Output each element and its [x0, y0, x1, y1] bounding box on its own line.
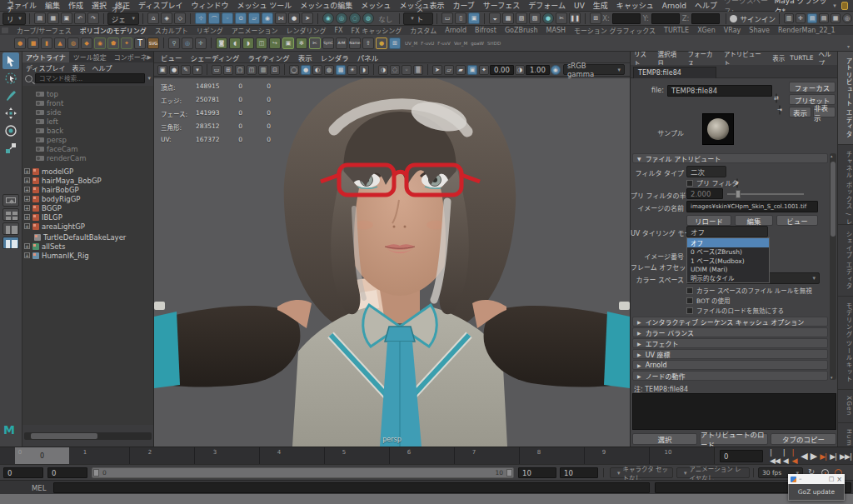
current-frame-field[interactable] — [720, 450, 763, 462]
select-node-button[interactable]: 選択 — [632, 433, 697, 445]
new-scene-icon[interactable]: ▤ — [34, 12, 46, 24]
toggle-attribute-editor-icon[interactable]: ▤ — [807, 13, 817, 23]
menu-cache[interactable]: キャッシュ — [615, 0, 656, 11]
select-object-icon[interactable]: ◈ — [161, 12, 172, 24]
measure-distance-icon[interactable]: ⚲ — [168, 37, 180, 49]
focus-button[interactable]: フォーカス — [789, 82, 836, 92]
shelf-tab-xgen[interactable]: XGen — [694, 27, 719, 34]
paint-select-tool[interactable] — [2, 87, 19, 104]
snap-projected-icon[interactable]: ⊙ — [235, 12, 247, 24]
maximize-icon[interactable]: □ — [829, 476, 835, 482]
z-input[interactable] — [691, 13, 720, 24]
scale-tool[interactable] — [2, 140, 19, 157]
cut-icon[interactable]: ✂ — [556, 12, 567, 24]
prefilter-checkbox[interactable] — [686, 180, 693, 187]
extrude-icon[interactable]: ⇧ — [362, 37, 374, 49]
goz-update-button[interactable]: GoZ update — [798, 488, 835, 496]
colorspace-selector[interactable]: sRGB gamma▾ — [563, 64, 625, 75]
section-file-attributes[interactable]: ▼ファイル アトリビュート — [632, 153, 828, 163]
shelf-tab-arnold[interactable]: Arnold — [441, 27, 470, 34]
separate-icon[interactable]: ↪ — [269, 37, 281, 49]
boolean-intersect-icon[interactable]: ◗ — [242, 37, 254, 49]
outliner-item-persp[interactable]: persp — [22, 135, 147, 144]
wireframe-on-shaded-icon[interactable]: ◍ — [324, 65, 334, 75]
shelf-tab-bifrost[interactable]: Bifrost — [471, 27, 500, 34]
select-tool[interactable] — [2, 52, 19, 69]
menu-select[interactable]: 選択 — [90, 0, 108, 11]
open-scene-icon[interactable]: ▦ — [47, 12, 59, 24]
load-attributes-button[interactable]: アトリビュートのロード — [700, 433, 768, 445]
outliner-tree[interactable]: top front side left back persp faceCam r… — [22, 86, 153, 425]
section-node-behavior[interactable]: ▶ノードの動作 — [632, 371, 828, 381]
sidebar-tab-attribute-editor[interactable]: アトリビュート エディタ — [838, 52, 853, 145]
snap-symmetry-icon[interactable]: ⋈ — [275, 12, 287, 24]
ae-menu-turtle[interactable]: TURTLE — [790, 54, 813, 62]
layout-single-pane-button[interactable] — [2, 194, 19, 207]
snap-grid-icon[interactable]: ⊹ — [195, 12, 207, 24]
layout-outliner-persp-button[interactable] — [2, 237, 19, 249]
poly-cone-icon[interactable]: ▲ — [54, 37, 66, 49]
dropdown-option-udim[interactable]: UDIM (Mari) — [687, 265, 769, 274]
mel-label[interactable]: MEL — [32, 484, 46, 492]
viewport-menu-view[interactable]: ビュー — [161, 52, 182, 62]
shelf-tab-renderman[interactable]: RenderMan_22_1 — [775, 27, 839, 34]
poly-torus-icon[interactable]: ◍ — [67, 37, 79, 49]
shelf-tab-shave[interactable]: Shave — [746, 27, 773, 34]
swap-connection-icon[interactable]: ⇄ — [776, 93, 777, 103]
render-sphere-icon[interactable]: ● — [542, 12, 554, 24]
live-surface-icon[interactable]: ◍ — [362, 12, 374, 24]
multi-cut-icon[interactable]: ✂ — [309, 37, 321, 49]
outliner-menu-display[interactable]: ディスプレイ — [26, 63, 65, 72]
menu-help[interactable]: ヘルプ — [693, 0, 719, 11]
shelf-tab-fx[interactable]: FX — [331, 27, 346, 34]
notes-area[interactable] — [632, 393, 836, 430]
time-slider[interactable]: 0 0 1 2 3 4 5 6 7 8 9 10 — [0, 447, 715, 465]
play-forwards-button[interactable]: ▶ — [811, 451, 816, 462]
grid-shelf-icon[interactable]: ⊞ — [389, 37, 401, 49]
character-set-selector[interactable]: ▾キャラクタ セットなし — [610, 467, 673, 478]
image-plane-icon[interactable]: ▭ — [212, 65, 222, 75]
render-sequence-icon[interactable]: ▧ — [529, 12, 541, 24]
snap-curve-icon[interactable]: ⌒ — [208, 12, 220, 24]
toggle-humanik-icon[interactable]: ✛ — [796, 13, 806, 23]
outliner-item-facecam[interactable]: faceCam — [22, 144, 147, 153]
ae-menu-show[interactable]: 表示 — [772, 53, 785, 62]
save-scene-icon[interactable]: ▣ — [61, 12, 72, 24]
copy-tab-button[interactable]: タブのコピー — [771, 433, 836, 445]
view-grid-icon[interactable]: ⊞ — [223, 65, 233, 75]
shelf-script-goaw[interactable]: goaW — [471, 41, 484, 46]
outliner-item-modelgp[interactable]: +modelGP — [22, 167, 147, 176]
shelf-tab-poly-modeling[interactable]: ポリゴンのモデリング — [77, 26, 150, 35]
bookmark-icon[interactable]: ▾ — [192, 65, 202, 75]
step-back-frame-button[interactable]: |◀ — [783, 448, 789, 465]
menu-windows[interactable]: ウィンドウ — [189, 0, 230, 11]
viewport-menu-show[interactable]: 表示 — [298, 52, 312, 62]
screen-space-ao-icon[interactable]: ◑ — [378, 65, 388, 75]
layout-four-pane-button[interactable] — [2, 208, 19, 221]
image-name-field[interactable]: images¥skin¥CHpm_Skin_S_col.1001.tif — [686, 201, 818, 212]
dropdown-option-mudbox[interactable]: 1 ベース(Mudbox) — [687, 256, 769, 265]
flat-shade-icon[interactable]: ◐ — [312, 65, 322, 75]
input-field-mode-icon[interactable]: ⊞ — [590, 12, 601, 24]
view-button[interactable]: ビュー — [776, 215, 818, 226]
hide-button[interactable]: 非表示 — [813, 107, 836, 117]
snap-point-icon[interactable]: ◦ — [222, 12, 233, 24]
gamma-field[interactable]: 1.00 — [526, 65, 550, 75]
file-name-field[interactable]: TEMP8:file84 — [667, 85, 772, 97]
tab-outliner[interactable]: アウトライナ — [22, 52, 69, 62]
type-tool-icon[interactable]: T — [134, 37, 146, 49]
selection-mode-selector[interactable]: オブジェクト▾ — [107, 12, 139, 25]
pause-icon[interactable]: ❚❚ — [569, 12, 581, 24]
locator-icon[interactable]: ✛ — [195, 37, 207, 49]
lasso-tool[interactable] — [2, 70, 19, 87]
ignore-file-rules-checkbox[interactable] — [686, 287, 693, 294]
close-icon[interactable]: × — [836, 476, 842, 483]
svg-tool-icon[interactable]: SVG — [147, 37, 159, 49]
menu-uv[interactable]: UV — [572, 2, 586, 10]
shelf-tab-turtle[interactable]: TURTLE — [661, 27, 692, 34]
ae-scrollbar[interactable]: ▴ ▾ — [830, 153, 836, 380]
outliner-item-iblgp[interactable]: +IBLGP — [22, 212, 147, 222]
history-on-icon[interactable]: ◉ — [322, 12, 334, 24]
xray-joints-icon[interactable]: ▰ — [456, 65, 466, 75]
menu-curves[interactable]: カーブ — [451, 0, 476, 11]
